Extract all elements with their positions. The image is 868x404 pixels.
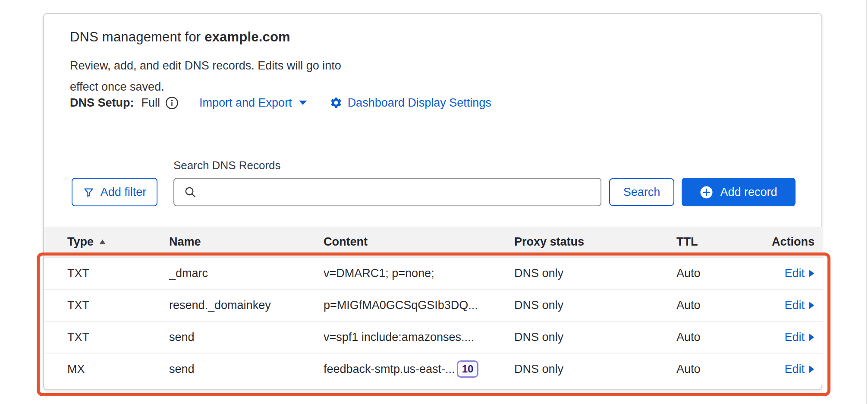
cell-type: TXT — [67, 299, 169, 312]
plus-circle-icon — [700, 186, 713, 199]
table-row: TXT send v=spf1 include:amazonses.... DN… — [44, 321, 823, 353]
table-row: MX send feedback-smtp.us-east-... 10 DNS… — [44, 353, 823, 385]
edit-caret-icon — [809, 269, 815, 278]
import-export-link[interactable]: Import and Export — [199, 96, 307, 110]
cell-content-text: feedback-smtp.us-east-... — [324, 363, 455, 376]
edit-caret-icon — [809, 365, 815, 373]
table-header-row: Type Name Content Proxy status TTL Actio… — [44, 227, 823, 257]
cell-proxy-status: DNS only — [514, 331, 676, 344]
edit-caret-icon — [809, 333, 815, 341]
search-input[interactable] — [203, 179, 601, 205]
import-export-label: Import and Export — [199, 96, 292, 110]
table-row: TXT _dmarc v=DMARC1; p=none; DNS only Au… — [44, 257, 823, 289]
cell-content: feedback-smtp.us-east-... 10 — [324, 360, 514, 378]
dns-setup-label: DNS Setup: — [70, 96, 134, 110]
sort-ascending-icon — [99, 239, 106, 245]
cell-content: v=DMARC1; p=none; — [324, 267, 514, 280]
search-button[interactable]: Search — [609, 178, 674, 206]
add-record-button[interactable]: Add record — [682, 178, 796, 206]
cell-name: send — [169, 363, 324, 376]
edit-record-button[interactable]: Edit — [784, 363, 815, 376]
cell-type: MX — [67, 363, 169, 376]
cell-name: send — [169, 331, 324, 344]
search-dns-records-label: Search DNS Records — [173, 159, 281, 172]
cell-proxy-status: DNS only — [514, 267, 676, 280]
gear-icon — [330, 96, 343, 109]
dashboard-display-settings-label: Dashboard Display Settings — [348, 96, 491, 110]
dns-setup-value: Full — [142, 96, 160, 110]
edit-record-button[interactable]: Edit — [784, 331, 815, 344]
cell-content: v=spf1 include:amazonses.... — [324, 331, 514, 344]
cell-name: _dmarc — [169, 267, 324, 280]
dns-management-card: DNS management for example.com Review, a… — [43, 13, 822, 390]
page-description: Review, add, and edit DNS records. Edits… — [70, 55, 355, 98]
right-panel-divider — [866, 0, 867, 404]
search-button-label: Search — [623, 186, 660, 199]
add-filter-button[interactable]: Add filter — [72, 178, 157, 206]
edit-record-button[interactable]: Edit — [784, 267, 815, 280]
page-title-text: DNS management for — [70, 29, 201, 44]
cell-type: TXT — [67, 267, 169, 280]
cell-ttl: Auto — [676, 363, 760, 376]
filter-icon — [83, 186, 94, 198]
dns-records-table: Type Name Content Proxy status TTL Actio… — [44, 227, 823, 385]
column-header-content[interactable]: Content — [324, 235, 514, 249]
dashboard-display-settings-link[interactable]: Dashboard Display Settings — [348, 96, 491, 110]
search-icon — [184, 186, 197, 199]
edit-caret-icon — [809, 301, 815, 309]
page-title: DNS management for example.com — [70, 29, 290, 45]
cell-ttl: Auto — [676, 267, 760, 280]
cell-content: p=MIGfMA0GCSqGSIb3DQ... — [324, 299, 514, 312]
column-header-actions: Actions — [760, 235, 823, 249]
add-record-label: Add record — [720, 186, 777, 199]
cell-name: resend._domainkey — [169, 299, 324, 312]
mx-priority-badge: 10 — [457, 360, 479, 378]
column-header-proxy-status[interactable]: Proxy status — [514, 235, 676, 249]
column-header-type[interactable]: Type — [67, 235, 169, 249]
edit-record-button[interactable]: Edit — [784, 299, 815, 312]
search-box — [173, 178, 601, 206]
cell-type: TXT — [67, 331, 169, 344]
domain-name: example.com — [204, 29, 290, 44]
column-header-ttl[interactable]: TTL — [676, 235, 760, 249]
table-row: TXT resend._domainkey p=MIGfMA0GCSqGSIb3… — [44, 289, 823, 321]
info-icon[interactable] — [165, 96, 179, 110]
cell-proxy-status: DNS only — [514, 299, 676, 312]
page: DNS management for example.com Review, a… — [0, 0, 868, 404]
add-filter-label: Add filter — [101, 186, 147, 199]
chevron-down-icon — [299, 100, 307, 105]
cell-ttl: Auto — [676, 331, 760, 344]
column-header-name[interactable]: Name — [169, 235, 324, 249]
dns-setup-row: DNS Setup: Full Import and Export — [70, 94, 491, 111]
cell-proxy-status: DNS only — [514, 363, 676, 376]
cell-ttl: Auto — [676, 299, 760, 312]
